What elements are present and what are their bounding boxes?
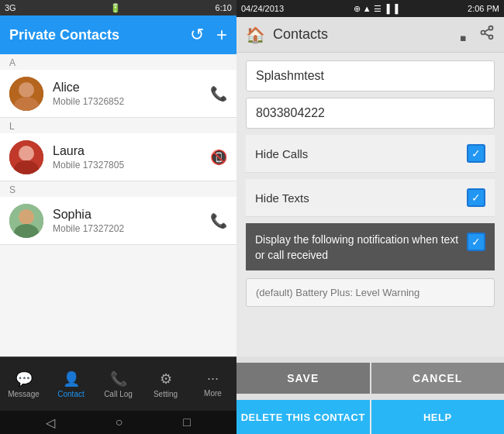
more-icon: ··· [207,370,219,387]
signal-bars-icon [461,29,473,41]
action-buttons: SAVE CANCEL [236,356,504,400]
contact-icon: 👤 [63,370,80,388]
content-area: Hide Calls ✓ Hide Texts ✓ Display the fo… [236,53,504,356]
notification-label: Display the following notification when … [255,232,459,263]
hide-texts-label: Hide Texts [255,191,309,205]
svg-point-13 [489,35,493,39]
contact-item-alice[interactable]: Alice Mobile 17326852 📞 [0,70,236,118]
contact-phone-sophia: Mobile 17327202 [53,223,210,234]
call-icon-laura[interactable]: 📵 [210,149,227,166]
bottom-nav: 💬 Message 👤 Contact 📞 Call Log ⚙ Setting… [0,356,236,411]
svg-point-4 [19,146,34,161]
message-icon: 💬 [16,370,33,388]
help-button[interactable]: HELP [371,400,505,434]
call-icon-alice[interactable]: 📞 [210,85,227,102]
nav-calllog[interactable]: 📞 Call Log [95,357,142,411]
contact-phone-laura: Mobile 17327805 [53,160,210,170]
section-label-a: A [0,54,236,70]
name-input[interactable] [246,60,495,91]
nav-calllog-label: Call Log [104,390,133,398]
contact-name-laura: Laura [53,144,210,158]
contact-name-sophia: Sophia [53,208,210,222]
refresh-icon[interactable]: ↺ [190,25,204,45]
notification-checkbox[interactable]: ✓ [467,232,485,251]
share-icon[interactable] [479,25,495,44]
date-right: 04/24/2013 [241,4,284,13]
home-button[interactable]: ○ [116,415,123,429]
call-icon-sophia[interactable]: 📞 [210,212,227,229]
hide-calls-checkbox[interactable]: ✓ [467,144,485,163]
nav-setting-label: Setting [154,390,178,398]
section-label-s: S [0,181,236,197]
cancel-button[interactable]: CANCEL [371,363,505,394]
home-icon[interactable]: 🏠 [246,26,265,44]
svg-line-15 [485,29,489,31]
left-panel: 3G 🔋 6:10 Private Contacts ↺ + A Alice M… [0,0,236,434]
avatar-alice [9,77,43,111]
nav-setting[interactable]: ⚙ Setting [142,357,189,411]
svg-point-1 [19,82,34,98]
calllog-icon: 📞 [110,370,127,388]
contact-item-laura[interactable]: Laura Mobile 17327805 📵 [0,133,236,181]
time-left: 6:10 [216,3,232,12]
status-icons-right: ⊕ ▲ ☰ ▐ ▐ [354,4,399,14]
avatar-sophia [9,204,43,238]
contacts-title: Contacts [273,26,328,43]
hide-calls-row: Hide Calls ✓ [246,135,495,173]
add-contact-icon[interactable]: + [216,24,227,46]
hide-texts-row: Hide Texts ✓ [246,179,495,217]
contact-item-sophia[interactable]: Sophia Mobile 17327202 📞 [0,197,236,245]
time-right: 2:06 PM [468,4,499,13]
bottom-action-buttons: DELETE THIS CONTACT HELP [236,400,504,434]
svg-point-7 [19,209,34,225]
status-icons: 🔋 [110,3,121,13]
svg-marker-9 [461,36,465,41]
app-title: Private Contacts [9,27,119,43]
left-header: Private Contacts ↺ + [0,16,236,54]
svg-point-12 [482,31,485,35]
back-button[interactable]: ◁ [46,415,55,430]
contact-info-sophia: Sophia Mobile 17327202 [53,208,210,234]
status-bar-right: 04/24/2013 ⊕ ▲ ☰ ▐ ▐ 2:06 PM [236,0,504,17]
save-button[interactable]: SAVE [236,363,370,394]
nav-message[interactable]: 💬 Message [0,357,47,411]
right-header: 🏠 Contacts [236,17,504,53]
recents-button[interactable]: □ [183,415,191,429]
svg-line-14 [485,33,489,36]
phone-input[interactable] [246,98,495,129]
nav-message-label: Message [8,390,40,398]
notification-row: Display the following notification when … [246,223,495,270]
nav-more[interactable]: ··· More [189,357,236,411]
setting-icon: ⚙ [160,370,172,388]
hide-texts-checkbox[interactable]: ✓ [467,188,485,207]
delete-contact-button[interactable]: DELETE THIS CONTACT [236,400,370,434]
avatar-laura [9,140,43,174]
nav-contact-label: Contact [57,390,84,398]
nav-more-label: More [204,389,222,398]
contacts-list: A Alice Mobile 17326852 📞 L [0,54,236,356]
notification-input[interactable] [246,278,495,307]
nav-contact[interactable]: 👤 Contact [47,357,95,411]
contact-info-alice: Alice Mobile 17326852 [53,81,210,107]
hide-calls-label: Hide Calls [255,147,308,160]
contact-name-alice: Alice [53,81,210,95]
contact-phone-alice: Mobile 17326852 [53,96,210,107]
status-bar-left: 3G 🔋 6:10 [0,0,236,16]
section-label-l: L [0,118,236,133]
contact-info-laura: Laura Mobile 17327805 [53,144,210,170]
android-nav-bar: ◁ ○ □ [0,411,236,434]
header-actions: ↺ + [190,24,227,46]
right-panel: 04/24/2013 ⊕ ▲ ☰ ▐ ▐ 2:06 PM 🏠 Contacts [236,0,504,434]
svg-point-11 [489,26,493,30]
signal-indicator: 3G [5,3,16,12]
